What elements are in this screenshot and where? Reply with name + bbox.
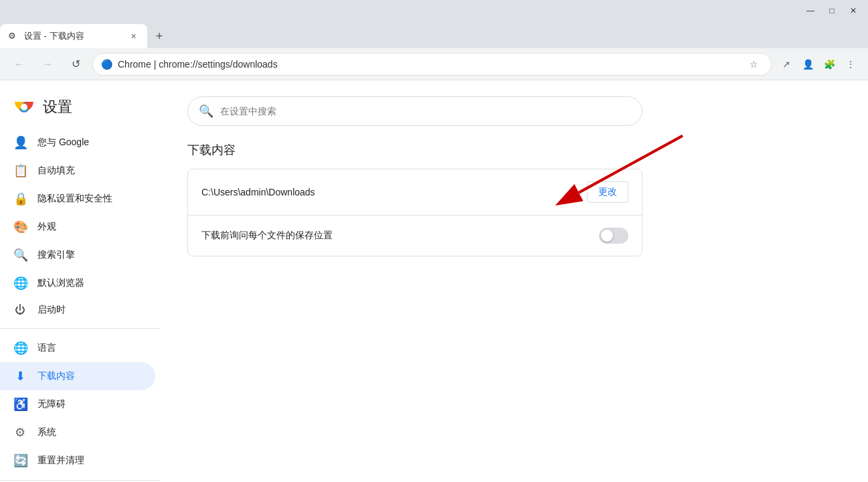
sidebar-label-default-browser: 默认浏览器 [37,277,84,289]
change-button[interactable]: 更改 [587,181,628,203]
refresh-icon: ↺ [72,58,80,70]
address-bar[interactable]: 🔵 Chrome | chrome://settings/downloads ☆ [92,53,772,76]
sidebar-item-startup[interactable]: ⏻ 启动时 [0,297,155,323]
sidebar-item-downloads[interactable]: ⬇ 下载内容 [0,362,155,390]
sidebar-label-startup: 启动时 [37,304,66,316]
toggle-knob [601,230,613,242]
maximize-button[interactable]: □ [822,3,841,18]
sidebar-item-system[interactable]: ⚙ 系统 [0,418,155,447]
refresh-button[interactable]: ↺ [64,53,87,76]
ask-location-toggle[interactable] [599,228,628,244]
sidebar-label-appearance: 外观 [37,221,56,233]
sidebar-item-default-browser[interactable]: 🌐 默认浏览器 [0,269,155,297]
url-display: Chrome | chrome://settings/downloads [118,59,739,70]
section-title: 下载内容 [187,142,841,158]
appearance-icon: 🎨 [13,220,27,234]
sidebar-label-reset: 重置并清理 [37,455,84,467]
sidebar-item-reset[interactable]: 🔄 重置并清理 [0,447,155,475]
new-tab-button[interactable]: + [150,27,169,46]
sidebar-divider [0,328,161,329]
active-tab[interactable]: ⚙ 设置 - 下载内容 ✕ [0,24,147,48]
forward-button[interactable]: → [36,53,59,76]
sidebar-item-accessibility[interactable]: ♿ 无障碍 [0,390,155,418]
sidebar-label-google-account: 您与 Google [37,137,89,149]
settings-area: 🔍 下载内容 C:\Users\admin\Downloads 更改 下载前 [161,80,868,482]
tab-favicon-icon: ⚙ [8,31,19,42]
system-icon: ⚙ [13,425,27,440]
settings-content: 🔍 下载内容 C:\Users\admin\Downloads 更改 下载前 [161,80,868,272]
tab-close-button[interactable]: ✕ [127,30,139,42]
title-bar: — □ ✕ [0,0,868,21]
search-icon: 🔍 [199,104,213,118]
svg-point-2 [21,104,27,110]
search-engine-icon: 🔍 [13,248,27,262]
address-bar-actions: ☆ [744,55,763,74]
accessibility-icon: ♿ [13,397,27,412]
main-content: 设置 👤 您与 Google 📋 自动填充 🔒 隐私设置和安全性 🎨 外观 🔍 [0,80,868,482]
ask-location-row: 下载前询问每个文件的保存位置 [188,216,642,256]
forward-icon: → [42,58,53,70]
sidebar-item-search[interactable]: 🔍 搜索引擎 [0,241,155,269]
settings-card: C:\Users\admin\Downloads 更改 下载前询问每个文件的保存… [187,169,642,256]
ask-location-label: 下载前询问每个文件的保存位置 [201,230,333,242]
extensions-button[interactable]: 🧩 [820,55,839,74]
search-bar[interactable]: 🔍 [187,96,642,126]
sidebar-label-autofill: 自动填充 [37,165,75,177]
bookmark-button[interactable]: ☆ [744,55,763,74]
reset-icon: 🔄 [13,453,27,468]
sidebar-label-privacy: 隐私设置和安全性 [37,193,112,205]
languages-icon: 🌐 [13,341,27,355]
google-account-icon: 👤 [13,135,27,150]
sidebar-header: 设置 [0,91,161,129]
chrome-logo-icon [13,96,35,118]
sidebar-item-google-account[interactable]: 👤 您与 Google [0,129,155,157]
default-browser-icon: 🌐 [13,276,27,291]
download-path-row: C:\Users\admin\Downloads 更改 [188,169,642,216]
profile-button[interactable]: 👤 [798,55,817,74]
startup-icon: ⏻ [13,304,27,316]
sidebar-label-downloads: 下载内容 [37,370,75,382]
search-bar-wrap: 🔍 [187,96,642,126]
back-button[interactable]: ← [8,53,31,76]
toolbar-extras: ↗ 👤 🧩 ⋮ [777,55,860,74]
sidebar-item-appearance[interactable]: 🎨 外观 [0,213,155,241]
tab-title: 设置 - 下载内容 [24,30,122,42]
browser-frame: — □ ✕ ⚙ 设置 - 下载内容 ✕ + ← → ↺ 🔵 Chrome | c… [0,0,868,482]
downloads-icon: ⬇ [13,369,27,384]
toolbar: ← → ↺ 🔵 Chrome | chrome://settings/downl… [0,48,868,80]
sidebar-label-system: 系统 [37,426,56,438]
sidebar-label-search: 搜索引擎 [37,249,75,261]
download-path-value: C:\Users\admin\Downloads [201,187,587,197]
sidebar-item-autofill[interactable]: 📋 自动填充 [0,157,155,185]
search-input[interactable] [220,106,631,116]
sidebar-item-privacy[interactable]: 🔒 隐私设置和安全性 [0,185,155,213]
share-button[interactable]: ↗ [777,55,796,74]
back-icon: ← [14,58,25,70]
autofill-icon: 📋 [13,163,27,178]
privacy-icon: 🔒 [13,191,27,206]
minimize-button[interactable]: — [801,3,820,18]
sidebar-label-languages: 语言 [37,342,56,354]
sidebar-divider-2 [0,480,161,481]
more-button[interactable]: ⋮ [841,55,860,74]
close-button[interactable]: ✕ [844,3,863,18]
tab-bar: ⚙ 设置 - 下载内容 ✕ + [0,21,868,48]
sidebar-label-accessibility: 无障碍 [37,398,66,410]
sidebar-item-languages[interactable]: 🌐 语言 [0,334,155,362]
sidebar: 设置 👤 您与 Google 📋 自动填充 🔒 隐私设置和安全性 🎨 外观 🔍 [0,80,161,482]
sidebar-title: 设置 [43,97,72,117]
site-security-icon: 🔵 [101,59,112,70]
